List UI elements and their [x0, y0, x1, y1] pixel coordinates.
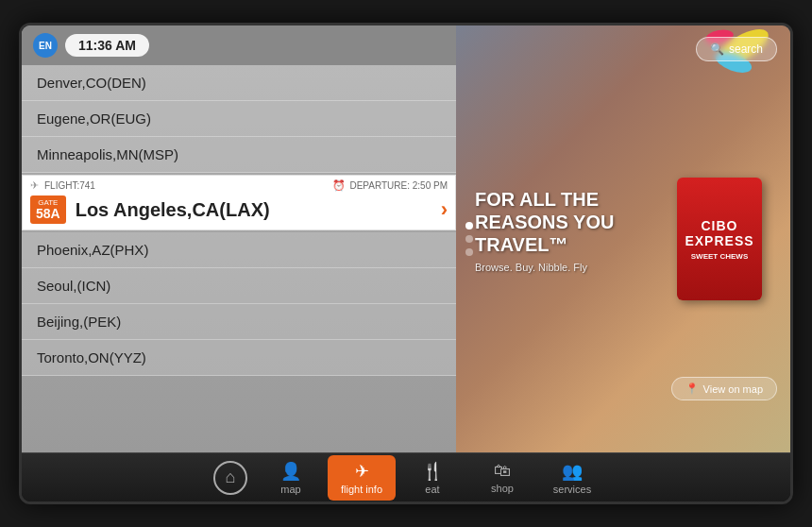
right-panel: CIBO EXPRESS SWEET CHEWS FOR ALL THE REA… — [456, 26, 790, 452]
search-button[interactable]: 🔍 search — [696, 37, 777, 61]
gate-badge: GATE 58A — [30, 196, 66, 224]
home-icon: ⌂ — [213, 461, 247, 495]
brand-sub: SWEET CHEWS — [677, 252, 762, 261]
flight-list: Denver,CO(DEN) Eugene,OR(EUG) Minneapoli… — [22, 65, 456, 452]
carousel-dot-3[interactable] — [465, 248, 473, 256]
flight-item[interactable]: Beijing,(PEK) — [22, 304, 456, 340]
shop-nav-label: shop — [491, 483, 514, 494]
left-panel: EN 11:36 AM Denver,CO(DEN) Eugene,OR(EUG… — [22, 26, 456, 452]
flight-item[interactable]: Phoenix,AZ(PHX) — [22, 232, 456, 268]
ad-subhead: Browse. Buy. Nibble. Fly — [475, 262, 664, 273]
nav-item-flight-info[interactable]: ✈ flight info — [328, 455, 396, 501]
flight-number: FLIGHT:741 — [44, 180, 95, 191]
plane-small-icon: ✈ — [30, 179, 39, 192]
map-nav-icon: 👤 — [280, 461, 301, 482]
map-nav-label: map — [280, 484, 300, 495]
flight-item[interactable]: Denver,CO(DEN) — [22, 65, 456, 101]
flight-item[interactable]: Seoul,(ICN) — [22, 268, 456, 304]
nav-item-eat[interactable]: 🍴 eat — [399, 455, 465, 501]
nav-item-map[interactable]: 👤 map — [258, 455, 324, 501]
ad-text-overlay: FOR ALL THE REASONS YOU TRAVEL™ Browse. … — [475, 188, 664, 273]
top-bar: EN 11:36 AM — [22, 26, 456, 65]
chevron-right-icon: › — [441, 197, 448, 222]
time-display: 11:36 AM — [65, 34, 149, 57]
map-pin-icon: 📍 — [685, 382, 699, 395]
view-map-label: View on map — [703, 383, 763, 395]
carousel-dot-2[interactable] — [465, 235, 473, 243]
search-label: search — [729, 42, 763, 56]
nav-item-shop[interactable]: 🛍 shop — [469, 455, 535, 500]
screen: EN 11:36 AM Denver,CO(DEN) Eugene,OR(EUG… — [22, 26, 790, 452]
nav-item-services[interactable]: 👥 services — [539, 455, 605, 501]
carousel-dots — [465, 222, 473, 256]
carousel-dot-1[interactable] — [465, 222, 473, 230]
services-nav-label: services — [553, 484, 591, 495]
flight-item[interactable]: Minneapolis,MN(MSP) — [22, 137, 456, 173]
clock-icon: ⏰ — [332, 179, 346, 192]
shop-nav-icon: 🛍 — [494, 461, 511, 481]
brand-name: CIBO EXPRESS — [677, 218, 762, 248]
flight-item[interactable]: Eugene,OR(EUG) — [22, 101, 456, 137]
active-flight-item[interactable]: ✈ FLIGHT:741 ⏰ DEPARTURE: 2:50 PM GATE 5… — [22, 175, 456, 230]
nav-item-home[interactable]: ⌂ — [207, 459, 254, 497]
flight-nav-label: flight info — [341, 484, 382, 495]
active-flight-main: GATE 58A Los Angeles,CA(LAX) › — [23, 194, 455, 230]
bottom-nav: ⌂ 👤 map ✈ flight info 🍴 eat 🛍 shop 👥 ser… — [22, 452, 790, 502]
departure-time: DEPARTURE: 2:50 PM — [349, 180, 448, 191]
cibo-product-box: CIBO EXPRESS SWEET CHEWS — [677, 178, 762, 300]
ad-headline: FOR ALL THE REASONS YOU TRAVEL™ — [475, 188, 664, 256]
eat-nav-icon: 🍴 — [422, 461, 443, 482]
flight-nav-icon: ✈ — [355, 461, 369, 482]
monitor: EN 11:36 AM Denver,CO(DEN) Eugene,OR(EUG… — [19, 23, 793, 504]
eat-nav-label: eat — [425, 484, 439, 495]
view-map-button[interactable]: 📍 View on map — [671, 377, 777, 400]
language-badge[interactable]: EN — [33, 33, 58, 58]
active-flight-header: ✈ FLIGHT:741 ⏰ DEPARTURE: 2:50 PM — [23, 176, 455, 194]
search-icon: 🔍 — [710, 42, 724, 56]
services-nav-icon: 👥 — [562, 461, 583, 482]
active-city-name: Los Angeles,CA(LAX) — [76, 199, 431, 221]
flight-item[interactable]: Toronto,ON(YYZ) — [22, 340, 456, 376]
